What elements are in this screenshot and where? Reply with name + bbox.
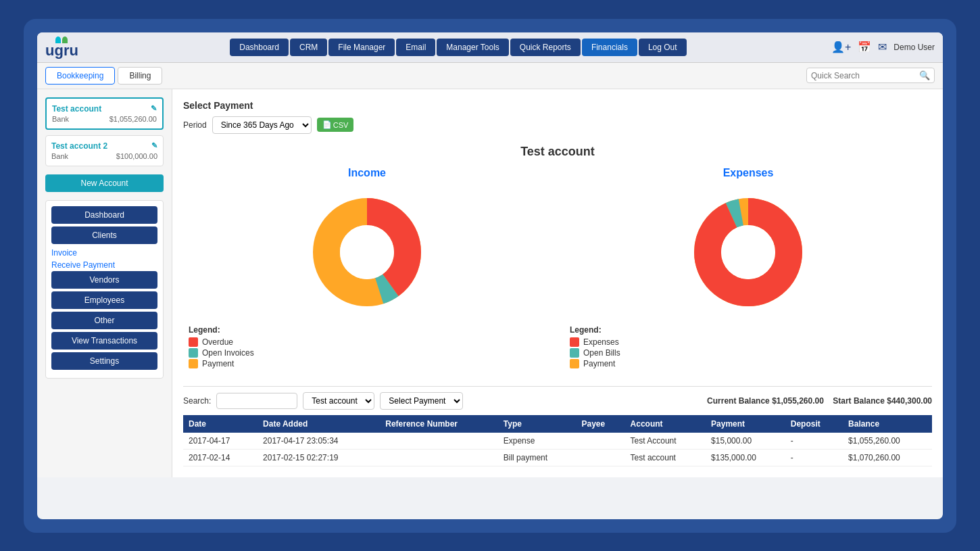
cell-date: 2017-04-17 (183, 433, 258, 450)
sub-nav: Bookkeeping Billing 🔍 (37, 63, 943, 89)
bottom-search-label: Search: (183, 396, 211, 406)
cell-balance: $1,070,260.00 (843, 449, 932, 466)
account-filter-select[interactable]: Test account (303, 392, 374, 410)
legend-open-invoices: Open Invoices (189, 348, 545, 358)
nav-manager-tools[interactable]: Manager Tools (437, 39, 509, 56)
cell-deposit: - (785, 433, 843, 450)
col-type[interactable]: Type (498, 415, 577, 433)
legend-overdue: Overdue (189, 337, 545, 347)
nav-dashboard[interactable]: Dashboard (230, 39, 289, 56)
col-account[interactable]: Account (625, 415, 706, 433)
sidebar-other-btn[interactable]: Other (51, 312, 157, 329)
account-name-1: Test account ✎ (52, 104, 157, 114)
cell-ref (380, 433, 498, 450)
content-area: Select Payment Period Since 365 Days Ago… (172, 89, 943, 477)
cell-payee (576, 433, 624, 450)
cell-deposit: - (785, 449, 843, 466)
income-donut-chart (299, 185, 435, 320)
col-date-added[interactable]: Date Added (258, 415, 380, 433)
cell-account: Test account (625, 449, 706, 466)
nav-quick-reports[interactable]: Quick Reports (510, 39, 581, 56)
svg-point-3 (340, 225, 394, 279)
period-row: Period Since 365 Days Ago Since 30 Days … (183, 116, 932, 134)
mail-icon[interactable]: ✉ (878, 41, 887, 53)
logo-text: ugru (45, 43, 78, 58)
top-nav: ugru Dashboard CRM File Manager Email Ma… (37, 32, 943, 63)
cell-balance: $1,055,260.00 (843, 433, 932, 450)
legend-expenses: Expenses (570, 337, 927, 347)
cell-account: Test Account (625, 433, 706, 450)
csv-button[interactable]: 📄 CSV (317, 118, 354, 132)
svg-point-7 (721, 225, 775, 279)
sidebar-view-transactions-btn[interactable]: View Transactions (51, 332, 157, 350)
app-window: ugru Dashboard CRM File Manager Email Ma… (37, 32, 943, 519)
col-payment[interactable]: Payment (706, 415, 785, 433)
search-box: 🔍 (806, 68, 935, 83)
nav-buttons: Dashboard CRM File Manager Email Manager… (91, 39, 826, 56)
account-card-1[interactable]: Test account ✎ Bank $1,055,260.00 (45, 97, 164, 130)
sidebar: Test account ✎ Bank $1,055,260.00 Test a… (37, 89, 172, 477)
col-payee[interactable]: Payee (576, 415, 624, 433)
csv-icon: 📄 (322, 120, 332, 129)
account-type-2: Bank $100,000.00 (51, 152, 157, 160)
expenses-chart-title: Expenses (723, 167, 774, 179)
cell-ref (380, 449, 498, 466)
nav-financials[interactable]: Financials (582, 39, 637, 56)
col-deposit[interactable]: Deposit (785, 415, 843, 433)
nav-file-manager[interactable]: File Manager (328, 39, 395, 56)
nav-email[interactable]: Email (396, 39, 435, 56)
cell-date: 2017-02-14 (183, 449, 258, 466)
payment-filter-select[interactable]: Select Payment (380, 392, 463, 410)
legend-payment-expenses: Payment (570, 359, 927, 368)
period-label: Period (183, 120, 207, 130)
nav-crm[interactable]: CRM (290, 39, 327, 56)
table-row: 2017-02-14 2017-02-15 02:27:19 Bill paym… (183, 449, 932, 466)
sidebar-clients-btn[interactable]: Clients (51, 226, 157, 244)
add-user-icon[interactable]: 👤+ (831, 41, 851, 53)
sidebar-vendors-btn[interactable]: Vendors (51, 271, 157, 289)
main-content: Test account ✎ Bank $1,055,260.00 Test a… (37, 89, 943, 477)
sidebar-settings-btn[interactable]: Settings (51, 352, 157, 370)
cell-payee (576, 449, 624, 466)
expenses-chart-container: Expenses Leg (564, 167, 932, 375)
sidebar-employees-btn[interactable]: Employees (51, 291, 157, 309)
income-chart-title: Income (348, 167, 386, 179)
logo: ugru (45, 37, 78, 58)
period-select[interactable]: Since 365 Days Ago Since 30 Days Ago Sin… (212, 116, 312, 134)
account-name-2: Test account 2 ✎ (51, 141, 157, 151)
balance-info: Current Balance $1,055,260.00 Start Bala… (707, 396, 932, 406)
calendar-icon[interactable]: 📅 (858, 41, 871, 53)
new-account-button[interactable]: New Account (45, 174, 164, 192)
account-type-1: Bank $1,055,260.00 (52, 115, 157, 123)
edit-icon-1[interactable]: ✎ (151, 104, 157, 113)
search-icon: 🔍 (919, 70, 930, 80)
top-right: 👤+ 📅 ✉ Demo User (831, 41, 935, 53)
user-label: Demo User (893, 43, 935, 52)
expenses-legend: Legend: Expenses Open Bills (564, 320, 932, 375)
tab-bookkeeping[interactable]: Bookkeeping (45, 67, 115, 85)
account-card-2[interactable]: Test account 2 ✎ Bank $100,000.00 (45, 135, 164, 166)
nav-logout[interactable]: Log Out (639, 39, 687, 56)
legend-open-bills: Open Bills (570, 348, 927, 358)
income-legend: Legend: Overdue Open Invoices (183, 320, 551, 375)
cell-type: Bill payment (498, 449, 577, 466)
cell-payment: $15,000.00 (706, 433, 785, 450)
tab-billing[interactable]: Billing (118, 67, 162, 85)
bottom-search-input[interactable] (216, 393, 297, 409)
cell-date-added: 2017-02-15 02:27:19 (258, 449, 380, 466)
bottom-controls: Search: Test account Select Payment Curr… (183, 386, 932, 410)
sidebar-receive-payment-link[interactable]: Receive Payment (51, 259, 157, 271)
col-date[interactable]: Date (183, 415, 258, 433)
main-chart-title: Test account (183, 145, 932, 159)
cell-payment: $135,000.00 (706, 449, 785, 466)
sidebar-invoice-link[interactable]: Invoice (51, 247, 157, 259)
legend-payment-income: Payment (189, 359, 545, 368)
sidebar-dashboard-btn[interactable]: Dashboard (51, 206, 157, 224)
select-payment-header: Select Payment (183, 100, 932, 111)
sidebar-menu: Dashboard Clients Invoice Receive Paymen… (45, 200, 164, 379)
col-balance[interactable]: Balance (843, 415, 932, 433)
search-input[interactable] (811, 71, 919, 80)
table-row: 2017-04-17 2017-04-17 23:05:34 Expense T… (183, 433, 932, 450)
col-reference[interactable]: Reference Number (380, 415, 498, 433)
edit-icon-2[interactable]: ✎ (151, 141, 157, 150)
